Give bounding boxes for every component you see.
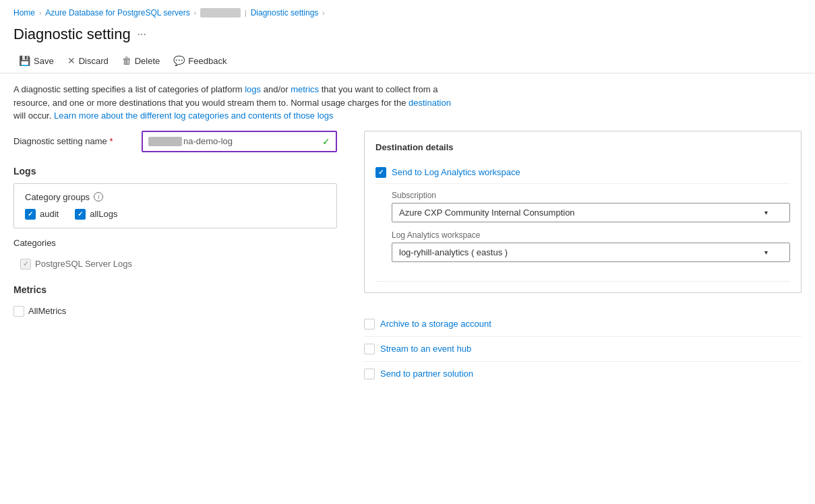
info-icon[interactable]: i — [94, 192, 103, 201]
checkbox-row: audit allLogs — [25, 209, 326, 220]
feedback-button[interactable]: 💬 Feedback — [168, 51, 235, 70]
destination-box: Destination details Send to Log Analytic… — [364, 131, 802, 293]
valid-check-icon: ✓ — [322, 136, 330, 147]
breadcrumb-sep4: › — [322, 9, 324, 17]
left-panel: Diagnostic setting name * ✓ Logs Categor… — [13, 131, 337, 386]
page-title: Diagnostic setting — [13, 26, 131, 43]
delete-label: Delete — [135, 56, 160, 66]
alllogs-checkbox-item[interactable]: allLogs — [75, 209, 117, 220]
workspace-label: Log Analytics workspace — [392, 230, 790, 240]
destination-title: Destination details — [375, 142, 790, 152]
logs-link[interactable]: logs — [245, 84, 261, 94]
breadcrumb-sep3: | — [245, 9, 247, 17]
setting-name-label: Diagnostic setting name * — [13, 136, 135, 146]
setting-name-row: Diagnostic setting name * ✓ — [13, 131, 337, 152]
learn-more-link[interactable]: Learn more about the different log categ… — [54, 111, 334, 121]
category-groups-box: Category groups i audit allLogs — [13, 183, 337, 228]
discard-button[interactable]: ✕ Discard — [62, 51, 117, 70]
stream-event-hub-label: Stream to an event hub — [380, 344, 471, 354]
audit-checkbox[interactable] — [25, 209, 36, 220]
stream-event-hub-checkbox[interactable] — [364, 344, 375, 354]
partner-solution-label: Send to partner solution — [380, 369, 473, 379]
toolbar: 💾 Save ✕ Discard 🗑 Delete 💬 Feedback — [0, 51, 815, 73]
logs-section-title: Logs — [13, 166, 337, 177]
save-label: Save — [34, 56, 54, 66]
breadcrumb-service[interactable]: Azure Database for PostgreSQL servers — [45, 8, 189, 18]
postgresql-logs-label: PostgreSQL Server Logs — [35, 259, 132, 269]
subscription-chevron: ▾ — [764, 209, 768, 216]
archive-storage-label: Archive to a storage account — [380, 319, 491, 329]
breadcrumb-sep1: › — [39, 9, 41, 17]
workspace-dropdown[interactable]: log-ryhill-analytics ( eastus ) ▾ — [392, 243, 790, 262]
other-destinations: Archive to a storage account Stream to a… — [364, 303, 802, 386]
breadcrumb-sep2: › — [194, 9, 196, 17]
breadcrumb-page[interactable]: Diagnostic settings — [251, 8, 319, 18]
more-options-icon[interactable]: ··· — [138, 28, 146, 40]
all-metrics-checkbox[interactable] — [13, 306, 24, 317]
description-section: A diagnostic setting specifies a list of… — [0, 73, 472, 131]
setting-name-input-wrapper[interactable]: ✓ — [142, 131, 337, 152]
all-metrics-label: AllMetrics — [28, 306, 66, 316]
destination-link[interactable]: destination — [409, 98, 451, 108]
discard-label: Discard — [79, 56, 109, 66]
log-analytics-label: Send to Log Analytics workspace — [392, 167, 520, 177]
subscription-value: Azure CXP Community Internal Consumption — [399, 208, 575, 218]
workspace-chevron: ▾ — [764, 249, 768, 256]
audit-checkbox-item[interactable]: audit — [25, 209, 59, 220]
log-analytics-expanded: Subscription Azure CXP Community Interna… — [375, 184, 790, 274]
breadcrumb-resource — [200, 8, 241, 18]
delete-button[interactable]: 🗑 Delete — [117, 51, 169, 70]
breadcrumb: Home › Azure Database for PostgreSQL ser… — [0, 0, 815, 23]
alllogs-label: allLogs — [90, 209, 117, 219]
alllogs-checkbox[interactable] — [75, 209, 86, 220]
save-button[interactable]: 💾 Save — [13, 51, 62, 70]
metrics-title: Metrics — [13, 284, 337, 295]
delete-icon: 🗑 — [122, 55, 131, 66]
breadcrumb-home[interactable]: Home — [13, 8, 35, 18]
audit-label: audit — [40, 209, 59, 219]
subscription-dropdown[interactable]: Azure CXP Community Internal Consumption… — [392, 203, 790, 222]
subscription-label: Subscription — [392, 191, 790, 200]
log-analytics-checkbox[interactable] — [375, 167, 386, 178]
workspace-value: log-ryhill-analytics ( eastus ) — [399, 247, 508, 257]
log-analytics-option[interactable]: Send to Log Analytics workspace — [375, 162, 790, 184]
save-icon: 💾 — [19, 55, 30, 66]
required-star: * — [109, 136, 113, 146]
log-analytics-section: Send to Log Analytics workspace Subscrip… — [375, 162, 790, 282]
feedback-icon: 💬 — [173, 55, 185, 66]
right-panel: Destination details Send to Log Analytic… — [364, 131, 802, 386]
discard-icon: ✕ — [67, 55, 76, 66]
stream-event-hub-option[interactable]: Stream to an event hub — [364, 337, 802, 362]
blurred-prefix — [148, 137, 182, 146]
category-groups-header: Category groups i — [25, 192, 326, 202]
categories-title: Categories — [13, 238, 337, 248]
page-title-section: Diagnostic setting ··· — [0, 23, 815, 51]
archive-storage-option[interactable]: Archive to a storage account — [364, 312, 802, 337]
all-metrics-item: AllMetrics — [13, 302, 337, 321]
feedback-label: Feedback — [188, 56, 227, 66]
postgresql-logs-checkbox[interactable] — [20, 259, 31, 270]
setting-name-input[interactable] — [183, 136, 322, 146]
partner-solution-option[interactable]: Send to partner solution — [364, 362, 802, 386]
category-groups-label: Category groups — [25, 192, 90, 202]
categories-section: Categories PostgreSQL Server Logs — [13, 238, 337, 274]
partner-solution-checkbox[interactable] — [364, 369, 375, 379]
metrics-link[interactable]: metrics — [291, 84, 319, 94]
postgresql-logs-item: PostgreSQL Server Logs — [13, 255, 337, 274]
main-content: Diagnostic setting name * ✓ Logs Categor… — [0, 131, 815, 386]
metrics-section: Metrics AllMetrics — [13, 284, 337, 321]
archive-storage-checkbox[interactable] — [364, 319, 375, 329]
